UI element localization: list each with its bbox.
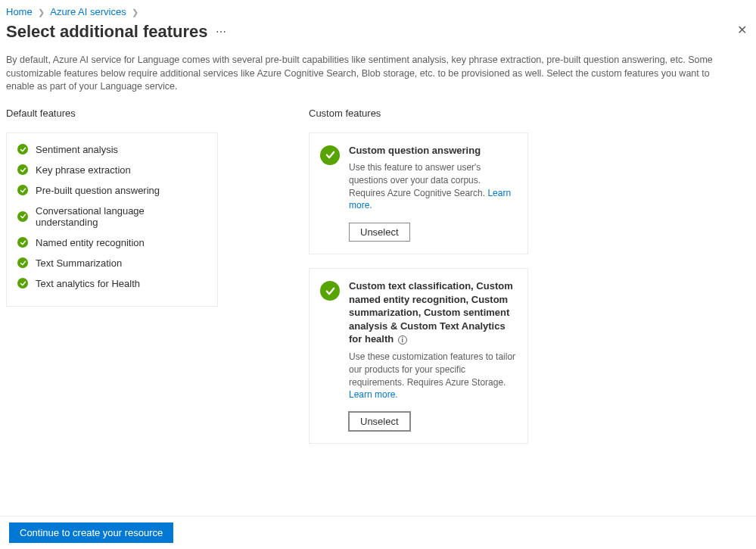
check-icon — [17, 164, 28, 175]
default-features-header: Default features — [6, 108, 218, 119]
continue-button[interactable]: Continue to create your resource — [9, 522, 173, 543]
feature-label: Named entity recognition — [36, 237, 145, 248]
default-features-box: Sentiment analysis Key phrase extraction… — [6, 133, 218, 307]
card-description: Use this feature to answer user's questi… — [349, 161, 517, 212]
check-icon — [17, 211, 28, 222]
default-feature-item: Pre-built question answering — [17, 185, 207, 196]
unselect-button[interactable]: Unselect — [349, 223, 410, 242]
check-icon — [17, 144, 28, 154]
footer: Continue to create your resource — [0, 516, 756, 549]
default-feature-item: Text analytics for Health — [17, 278, 207, 289]
unselect-button[interactable]: Unselect — [349, 412, 410, 431]
chevron-right-icon: ❯ — [38, 8, 45, 17]
chevron-right-icon: ❯ — [132, 8, 138, 17]
feature-label: Key phrase extraction — [36, 164, 131, 176]
custom-features-header: Custom features — [309, 108, 528, 119]
learn-more-link[interactable]: Learn more. — [349, 389, 398, 400]
check-icon — [17, 257, 28, 268]
check-icon — [320, 281, 340, 301]
title-row: Select additional features ⋯ — [0, 22, 756, 49]
custom-feature-card: Custom text classification, Custom named… — [309, 268, 528, 444]
more-actions-icon[interactable]: ⋯ — [216, 26, 226, 38]
card-title: Custom text classification, Custom named… — [349, 279, 517, 346]
check-icon — [17, 185, 28, 195]
check-icon — [17, 278, 28, 289]
feature-label: Conversational language understanding — [36, 205, 207, 228]
feature-label: Pre-built question answering — [36, 185, 160, 196]
info-icon[interactable]: i — [398, 335, 407, 345]
default-feature-item: Sentiment analysis — [17, 144, 207, 155]
card-title: Custom question answering — [349, 144, 517, 158]
close-icon[interactable]: ✕ — [737, 23, 747, 37]
card-description: Use these customization features to tail… — [349, 351, 517, 401]
check-icon — [320, 145, 340, 165]
page-title: Select additional features — [6, 22, 208, 42]
custom-feature-card: Custom question answering Use this featu… — [309, 133, 528, 255]
default-feature-item: Named entity recognition — [17, 237, 207, 248]
intro-text: By default, Azure AI service for Languag… — [0, 49, 734, 108]
breadcrumb-services[interactable]: Azure AI services — [50, 6, 126, 17]
feature-label: Text analytics for Health — [36, 278, 140, 289]
check-icon — [17, 237, 28, 248]
default-feature-item: Key phrase extraction — [17, 164, 207, 176]
breadcrumb-home[interactable]: Home — [6, 6, 33, 17]
feature-label: Text Summarization — [36, 257, 122, 269]
feature-label: Sentiment analysis — [36, 144, 118, 155]
default-feature-item: Conversational language understanding — [17, 205, 207, 228]
breadcrumb: Home ❯ Azure AI services ❯ — [0, 0, 756, 22]
default-feature-item: Text Summarization — [17, 257, 207, 269]
